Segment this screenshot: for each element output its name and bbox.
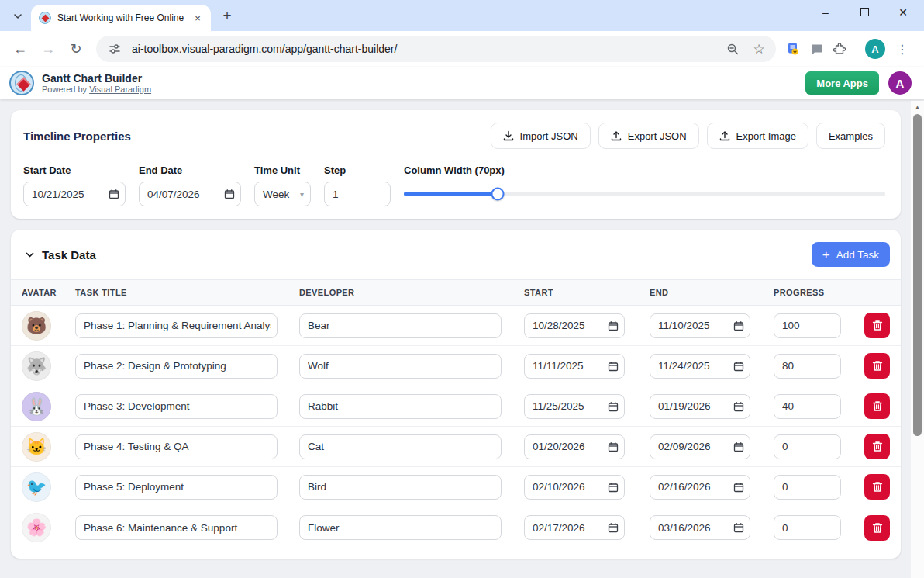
calendar-icon[interactable] [109, 189, 119, 202]
time-unit-select[interactable]: Week ▾ [254, 182, 311, 206]
progress-input[interactable] [774, 515, 841, 540]
scrollbar-thumb[interactable] [913, 114, 922, 436]
bookmark-star-icon[interactable]: ☆ [750, 40, 768, 58]
calendar-icon[interactable] [733, 441, 744, 455]
progress-input[interactable] [774, 434, 841, 459]
back-icon[interactable]: ← [8, 36, 33, 61]
window-maximize-button[interactable] [856, 6, 873, 19]
examples-button[interactable]: Examples [816, 123, 885, 149]
calendar-icon[interactable] [733, 401, 744, 415]
delete-task-button[interactable] [864, 393, 890, 419]
app-titles: Gantt Chart Builder Powered by Visual Pa… [42, 72, 805, 95]
calendar-icon[interactable] [608, 320, 619, 334]
trash-icon [872, 522, 883, 534]
time-unit-label: Time Unit [254, 164, 311, 176]
reading-list-extension-icon[interactable] [784, 40, 802, 58]
progress-input[interactable] [774, 475, 841, 500]
step-field: Step [324, 164, 391, 206]
site-settings-icon[interactable] [105, 40, 124, 58]
task-title-input[interactable] [75, 515, 278, 540]
task-data-title: Task Data [42, 248, 812, 261]
add-task-button[interactable]: + Add Task [812, 242, 890, 267]
scrollbar-up-arrow-icon[interactable]: ▲ [911, 101, 924, 113]
developer-input[interactable] [299, 354, 502, 379]
visual-paradigm-link[interactable]: Visual Paradigm [89, 85, 151, 94]
tab-close-icon[interactable]: × [191, 11, 205, 25]
delete-task-button[interactable] [864, 434, 890, 459]
time-unit-field: Time Unit Week ▾ [254, 164, 311, 206]
end-date-field: End Date [139, 164, 241, 206]
tab-search-chevron-icon[interactable] [8, 6, 28, 26]
calendar-icon[interactable] [608, 401, 619, 415]
browser-toolbar: ← → ↻ ai-toolbox.visual-paradigm.com/app… [0, 31, 924, 67]
extension-area: A ⋮ [784, 36, 916, 61]
column-width-label: Column Width (70px) [404, 164, 885, 176]
developer-input[interactable] [299, 313, 502, 338]
reload-icon[interactable]: ↻ [64, 36, 88, 61]
task-title-input[interactable] [75, 394, 278, 419]
slider-fill [404, 192, 498, 196]
calendar-icon[interactable] [733, 361, 744, 375]
timeline-properties-card: Timeline Properties Import JSON Export J… [11, 110, 901, 219]
task-row: 🐺 [11, 346, 901, 386]
user-avatar[interactable]: A [888, 71, 912, 95]
wolf-avatar: 🐺 [22, 351, 51, 381]
developer-input[interactable] [299, 394, 502, 419]
new-tab-button[interactable]: + [217, 5, 237, 26]
address-bar[interactable]: ai-toolbox.visual-paradigm.com/app/gantt… [96, 36, 776, 62]
export-json-button[interactable]: Export JSON [598, 123, 699, 149]
developer-input[interactable] [299, 475, 502, 500]
calendar-icon[interactable] [733, 482, 744, 496]
toolbar-separator [857, 41, 857, 57]
end-date-label: End Date [139, 164, 241, 176]
calendar-icon[interactable] [733, 522, 744, 536]
step-input[interactable] [324, 182, 391, 206]
rabbit-avatar: 🐰 [22, 392, 51, 421]
import-json-button[interactable]: Import JSON [491, 123, 591, 149]
delete-task-button[interactable] [864, 474, 890, 500]
more-apps-button[interactable]: More Apps [805, 71, 879, 95]
progress-input[interactable] [774, 394, 841, 419]
zoom-out-icon[interactable] [723, 40, 742, 58]
delete-task-button[interactable] [864, 515, 890, 541]
export-image-button[interactable]: Export Image [707, 123, 808, 149]
progress-input[interactable] [774, 313, 841, 338]
calendar-icon[interactable] [733, 320, 744, 334]
page-content: Timeline Properties Import JSON Export J… [0, 99, 924, 567]
page-scrollbar[interactable]: ▲ [911, 101, 924, 578]
progress-input[interactable] [774, 354, 841, 379]
slider-thumb[interactable] [491, 188, 505, 201]
developer-input[interactable] [299, 515, 502, 540]
task-title-input[interactable] [75, 313, 278, 338]
window-minimize-button[interactable]: – [817, 6, 834, 19]
developer-input[interactable] [299, 434, 502, 459]
task-table-header: AVATAR TASK TITLE DEVELOPER START END PR… [11, 279, 901, 306]
col-task-title: TASK TITLE [75, 288, 299, 297]
task-title-input[interactable] [75, 354, 278, 379]
delete-task-button[interactable] [864, 353, 890, 379]
column-width-slider[interactable] [404, 192, 885, 196]
window-close-button[interactable]: ✕ [895, 6, 912, 19]
browser-menu-kebab-icon[interactable]: ⋮ [890, 36, 915, 61]
task-title-input[interactable] [75, 434, 278, 459]
calendar-icon[interactable] [608, 522, 619, 536]
extensions-puzzle-icon[interactable] [830, 40, 849, 58]
calendar-icon[interactable] [608, 441, 619, 455]
task-title-input[interactable] [75, 475, 278, 500]
url-text[interactable]: ai-toolbox.visual-paradigm.com/app/gantt… [132, 43, 715, 55]
col-end: END [650, 288, 774, 297]
plus-icon: + [822, 248, 830, 261]
browser-tab[interactable]: Start Working with Free Online × [31, 5, 211, 31]
tab-title: Start Working with Free Online [57, 12, 184, 23]
calendar-icon[interactable] [224, 189, 235, 202]
delete-task-button[interactable] [864, 313, 890, 338]
browser-tab-strip: Start Working with Free Online × + – ✕ [0, 0, 924, 31]
calendar-icon[interactable] [608, 361, 619, 375]
import-icon [503, 130, 514, 141]
calendar-icon[interactable] [608, 482, 619, 496]
time-unit-value: Week [263, 189, 289, 200]
comment-extension-icon[interactable] [807, 40, 826, 58]
browser-profile-avatar[interactable]: A [865, 39, 885, 59]
task-row: 🐻 [11, 306, 901, 346]
collapse-chevron-icon[interactable] [25, 250, 35, 260]
